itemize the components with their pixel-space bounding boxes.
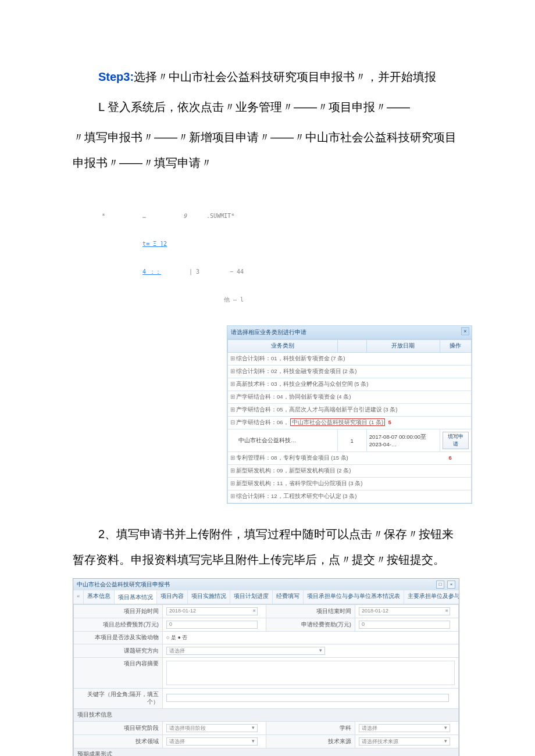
grp-row[interactable]: ⊞综合计划科：01，科技创新专项资金 (7 条) [228, 353, 472, 366]
lab-radio[interactable]: ○ 是 ● 否 [163, 632, 459, 644]
tab-scroll-left[interactable]: « [73, 590, 84, 604]
lbl-start: 项目开始时间 [74, 605, 163, 618]
tab-units[interactable]: 项目承担单位与参与单位基本情况表 [304, 590, 404, 604]
summary-textarea[interactable] [166, 661, 455, 685]
step3-heading: Step3:选择〃中山市社会公益科技研究项目申报书〃，并开始填报 [73, 64, 462, 89]
panel-title-text: 请选择相应业务类别进行申请 [231, 329, 306, 335]
step3-p2: 〃填写申报书〃——〃新增项目申请〃——〃中山市社会公益科技研究项目申报书〃——〃… [73, 124, 462, 175]
source-select[interactable]: 请选择技术来源 [359, 737, 450, 746]
grp-row[interactable]: ⊞综合计划科：02，科技金融专项资金项目 (2 条) [228, 366, 472, 378]
grp-row[interactable]: ⊞新型研发机构：09，新型研发机构项目 (2 条) [228, 465, 472, 478]
highlighted-business: 中山市社会公益科技研究项目 (1 条) [290, 418, 385, 426]
lbl-lab: 本项目是否涉及实验动物 [74, 632, 163, 644]
lbl-keywords: 关键字（用全角;隔开，填五个） [74, 689, 163, 709]
window-close-icon[interactable]: × [447, 581, 455, 589]
col-name: 业务类别 [228, 340, 338, 353]
grp-row-highlight[interactable]: ⊟产学研结合科：06， 中山市社会公益科技研究项目 (1 条) 5 [228, 417, 472, 429]
lbl-source: 技术来源 [266, 735, 355, 748]
twisty-icon: ⊞ [230, 355, 235, 361]
lbl-apply: 申请经费资助(万元) [266, 618, 355, 632]
grp-row[interactable]: ⊞产学研结合科：05，高层次人才与高端创新平台引进建设 (3 条) [228, 404, 472, 417]
end-date-input[interactable]: 2018-01-12 [359, 607, 450, 615]
mark-5: 5 [388, 419, 391, 425]
apply-budget-input[interactable]: 0 [359, 621, 450, 629]
detail-date: 2017-08-07 00:00:00至2023-04-… [366, 429, 440, 452]
field-select[interactable]: 请选择 [166, 737, 258, 746]
grp-row[interactable]: ⊞综合计划科：12，工程技术研究中心认定 (3 条) [228, 490, 472, 503]
tab-strip: « 基本信息 项目基本情况 项目内容 项目实施情况 项目计划进度 经费填写 项目… [73, 590, 459, 604]
tab-budget[interactable]: 经费填写 [273, 590, 304, 604]
detail-count: 1 [337, 429, 366, 452]
grp-row[interactable]: ⊞高新技术科：03，科技企业孵化器与众创空间 (5 条) [228, 378, 472, 391]
tab-basic[interactable]: 基本信息 [84, 590, 115, 604]
figure-business-type: *…9.SUWMIT* t≡ Ξ ]2 4 ：：| 3− 44 他 — l 请选… [102, 193, 451, 504]
grp-row[interactable]: ⊞产学研结合科：04，协同创新专项资金 (4 条) [228, 391, 472, 404]
business-type-panel: 请选择相应业务类别进行申请 × 业务类别 开放日期 操作 ⊞综合计划科：01，科… [227, 325, 472, 504]
figure-form-window: 中山市社会公益科技研究项目申报书 □ × « 基本信息 项目基本情况 项目内容 … [73, 578, 459, 756]
lbl-end: 项目结束时间 [266, 605, 355, 618]
lbl-stage: 项目研究阶段 [74, 722, 163, 735]
col-date: 开放日期 [366, 340, 440, 353]
window-titlebar: 中山市社会公益科技研究项目申报书 □ × [73, 579, 459, 590]
keywords-input[interactable] [166, 694, 449, 702]
tab-impl[interactable]: 项目实施情况 [188, 590, 230, 604]
col-blank [337, 340, 366, 353]
subject-select[interactable]: 请选择 [359, 724, 450, 732]
start-date-input[interactable]: 2018-01-12 [166, 607, 258, 615]
step3-title: 选择〃中山市社会公益科技研究项目申报书〃，并开始填报 [134, 70, 436, 83]
tab-project-basic[interactable]: 项目基本情况 [115, 590, 157, 604]
panel-title: 请选择相应业务类别进行申请 × [227, 326, 472, 339]
col-op: 操作 [440, 340, 472, 353]
tab-division[interactable]: 主要承担单位及参与单位分工及经费分配计 [404, 590, 459, 604]
total-budget-input[interactable]: 0 [166, 621, 258, 629]
direction-select[interactable]: 请选择 [166, 647, 325, 655]
grp-row[interactable]: ⊞新型研发机构：11，省科学院中山分院项目 (3 条) [228, 478, 472, 490]
tab-content[interactable]: 项目内容 [157, 590, 188, 604]
lbl-field: 技术领域 [74, 735, 163, 748]
window-title: 中山市社会公益科技研究项目申报书 [77, 581, 170, 589]
step3-p1: L 登入系统后，依次点击〃业务管理〃——〃项目申报〃—— [73, 94, 462, 120]
detail-name: 中山市社会公益科技… [228, 429, 338, 452]
business-type-table: 业务类别 开放日期 操作 ⊞综合计划科：01，科技创新专项资金 (7 条) ⊞综… [227, 339, 472, 503]
lbl-dir: 课题研究方向 [74, 644, 163, 658]
figure1-artifacts: *…9.SUWMIT* t≡ Ξ ]2 4 ：：| 3− 44 他 — l [102, 193, 451, 323]
stage-select[interactable]: 请选择项目阶段 [166, 724, 258, 732]
panel-close-icon[interactable]: × [461, 327, 469, 335]
lbl-subject: 学科 [266, 722, 355, 735]
tab-schedule[interactable]: 项目计划进度 [230, 590, 273, 604]
section-output: 预期成果形式 [74, 748, 459, 757]
para-2: 2、填写申请书并上传附件，填写过程中随时可以点击〃保存〃按钮来暂存资料。申报资料… [73, 521, 462, 572]
lbl-summary: 项目内容摘要 [74, 658, 163, 689]
grp-row[interactable]: ⊞专利管理科：08，专利专项资金项目 (15 条) 6 [228, 452, 472, 465]
step3-label: Step3: [98, 70, 134, 83]
window-max-icon[interactable]: □ [436, 581, 444, 589]
lbl-total: 项目总经费预算(万元) [74, 618, 163, 632]
section-tech: 项目技术信息 [74, 709, 459, 722]
mark-6: 6 [448, 454, 451, 461]
fill-apply-button[interactable]: 填写申请 [443, 432, 469, 449]
